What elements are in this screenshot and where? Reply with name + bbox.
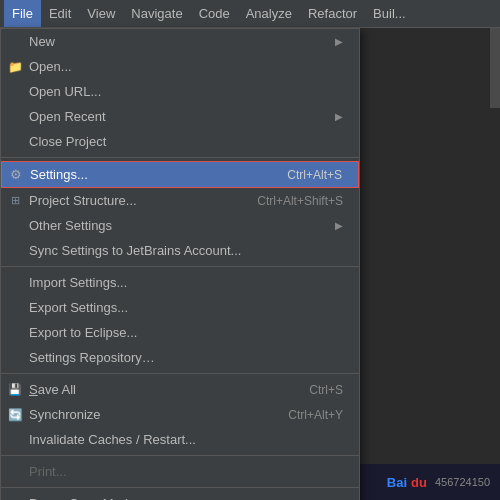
settings-icon: ⚙ [8,167,24,183]
menu-item-export-eclipse-label: Export to Eclipse... [29,325,343,340]
new-arrow-icon: ▶ [335,36,343,47]
menu-item-close-project-label: Close Project [29,134,343,149]
menu-item-save-all-label: Save All [29,382,289,397]
menu-item-export-settings-label: Export Settings... [29,300,343,315]
separator-1 [1,157,359,158]
separator-3 [1,373,359,374]
menu-item-project-structure-label: Project Structure... [29,193,237,208]
menu-item-synchronize[interactable]: 🔄 Synchronize Ctrl+Alt+Y [1,402,359,427]
menu-item-print-label: Print... [29,464,343,479]
menu-item-open-url-label: Open URL... [29,84,343,99]
menu-item-project-structure[interactable]: ⊞ Project Structure... Ctrl+Alt+Shift+S [1,188,359,213]
scrollbar[interactable] [490,28,500,108]
menu-item-new[interactable]: New ▶ [1,29,359,54]
menu-item-other-settings[interactable]: Other Settings ▶ [1,213,359,238]
menu-bar-item-code[interactable]: Code [191,0,238,27]
menu-item-open-url[interactable]: Open URL... [1,79,359,104]
menu-item-close-project[interactable]: Close Project [1,129,359,154]
menu-item-settings-repository-label: Settings Repository… [29,350,343,365]
menu-item-open-recent[interactable]: Open Recent ▶ [1,104,359,129]
watermark-logo-area: Bai du 456724150 [387,475,490,490]
baidu-logo: Bai [387,475,407,490]
menu-bar: File Edit View Navigate Code Analyze Ref… [0,0,500,28]
separator-5 [1,487,359,488]
menu-bar-item-view[interactable]: View [79,0,123,27]
menu-item-settings-repository[interactable]: Settings Repository… [1,345,359,370]
file-dropdown-menu: New ▶ 📁 Open... Open URL... Open Recent … [0,28,360,500]
menu-item-other-settings-label: Other Settings [29,218,327,233]
separator-4 [1,455,359,456]
menu-bar-item-file[interactable]: File [4,0,41,27]
menu-item-save-all[interactable]: 💾 Save All Ctrl+S [1,377,359,402]
menu-item-print: Print... [1,459,359,484]
menu-item-synchronize-label: Synchronize [29,407,268,422]
save-icon: 💾 [7,382,23,398]
save-all-shortcut: Ctrl+S [309,383,343,397]
menu-item-settings[interactable]: ⚙ Settings... Ctrl+Alt+S [1,161,359,188]
menu-item-power-save[interactable]: Power Save Mode [1,491,359,500]
menu-item-new-label: New [29,34,327,49]
menu-bar-item-navigate[interactable]: Navigate [123,0,190,27]
menu-item-open[interactable]: 📁 Open... [1,54,359,79]
menu-item-open-label: Open... [29,59,343,74]
separator-2 [1,266,359,267]
menu-bar-item-build[interactable]: Buil... [365,0,414,27]
synchronize-shortcut: Ctrl+Alt+Y [288,408,343,422]
other-settings-arrow-icon: ▶ [335,220,343,231]
menu-bar-item-analyze[interactable]: Analyze [238,0,300,27]
menu-item-open-recent-label: Open Recent [29,109,327,124]
settings-shortcut: Ctrl+Alt+S [287,168,342,182]
project-structure-shortcut: Ctrl+Alt+Shift+S [257,194,343,208]
open-recent-arrow-icon: ▶ [335,111,343,122]
menu-bar-item-edit[interactable]: Edit [41,0,79,27]
menu-item-sync-settings-label: Sync Settings to JetBrains Account... [29,243,343,258]
sync-icon: 🔄 [7,407,23,423]
menu-item-settings-label: Settings... [30,167,267,182]
baidu-du: du [411,475,427,490]
menu-item-import-settings[interactable]: Import Settings... [1,270,359,295]
menu-item-invalidate-caches-label: Invalidate Caches / Restart... [29,432,343,447]
menu-item-power-save-label: Power Save Mode [29,496,343,500]
menu-item-export-settings[interactable]: Export Settings... [1,295,359,320]
menu-bar-item-refactor[interactable]: Refactor [300,0,365,27]
menu-item-invalidate-caches[interactable]: Invalidate Caches / Restart... [1,427,359,452]
menu-item-export-eclipse[interactable]: Export to Eclipse... [1,320,359,345]
folder-icon: 📁 [7,59,23,75]
baidu-number: 456724150 [435,476,490,488]
menu-item-sync-settings[interactable]: Sync Settings to JetBrains Account... [1,238,359,263]
menu-item-import-settings-label: Import Settings... [29,275,343,290]
grid-icon: ⊞ [7,193,23,209]
